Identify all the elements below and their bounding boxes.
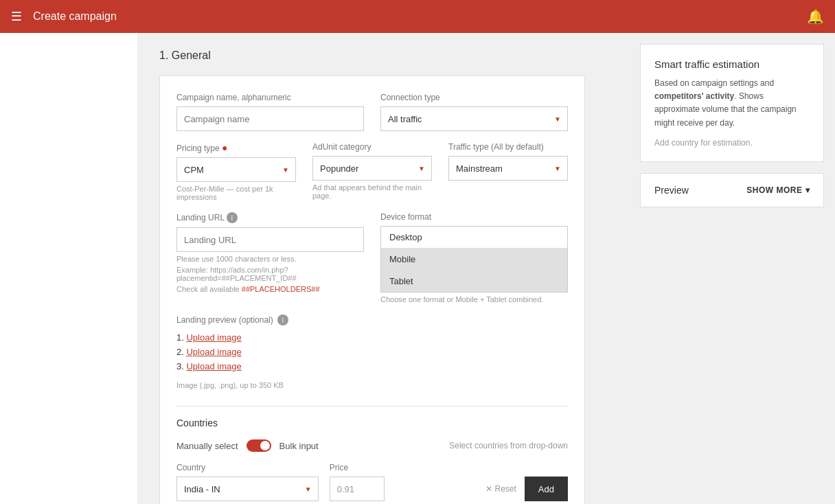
adunit-category-label: AdUnit category: [312, 142, 432, 152]
upload-link-1[interactable]: Upload image: [186, 332, 241, 343]
select-countries-hint: Select countries from drop-down: [449, 441, 568, 450]
device-format-hint: Choose one format or Mobile + Tablet com…: [380, 295, 568, 303]
chevron-down-icon: ▾: [805, 185, 810, 195]
pricing-type-group: Pricing type ● CPM CPC CPV Cost-Per-Mill…: [176, 142, 296, 201]
reset-button[interactable]: ✕ Reset: [483, 477, 519, 501]
x-icon: ✕: [485, 484, 492, 494]
landing-preview-info-icon[interactable]: i: [277, 314, 288, 325]
pricing-type-label: Pricing type ●: [176, 142, 296, 153]
price-group: Price: [330, 463, 472, 501]
country-group: Country India - IN United States - US Un…: [176, 463, 319, 501]
device-mobile[interactable]: Mobile: [381, 249, 567, 271]
landing-url-hint3: Check all available ##PLACEHOLDERS##: [176, 285, 364, 293]
menu-icon[interactable]: ☰: [11, 9, 22, 24]
landing-url-hint1: Please use 1000 characters or less.: [176, 255, 364, 263]
row-2: Pricing type ● CPM CPC CPV Cost-Per-Mill…: [176, 142, 568, 201]
countries-title: Countries: [176, 417, 568, 428]
right-panel: Smart traffic estimation Based on campai…: [629, 33, 835, 504]
countries-section: Countries Manually select Bulk input Sel…: [176, 406, 568, 504]
device-list: Desktop Mobile Tablet: [380, 226, 568, 293]
bulk-input-label: Bulk input: [279, 441, 319, 451]
landing-url-hint2: Example: https://ads.com/in.php?placemen…: [176, 266, 364, 282]
sidebar: [0, 33, 137, 504]
row-3: Landing URL i Please use 1000 characters…: [176, 212, 568, 303]
placeholders-link[interactable]: ##PLACEHOLDERS##: [242, 285, 320, 293]
preview-header: Preview SHOW MORE ▾: [654, 185, 810, 196]
device-format-group: Device format Desktop Mobile Tablet Choo…: [380, 212, 568, 303]
toggle-row: Manually select Bulk input Select countr…: [176, 439, 568, 452]
content-area: 1. General Campaign name, alphanumeric C…: [137, 33, 629, 504]
upload-hint: Image (.jpg, .png), up to 350 KB: [176, 381, 568, 389]
adunit-category-select[interactable]: Popunder Banner Native: [312, 156, 432, 181]
pricing-type-select[interactable]: CPM CPC CPV: [176, 157, 296, 182]
campaign-name-group: Campaign name, alphanumeric: [176, 93, 364, 131]
upload-item-1: 1. Upload image: [176, 332, 568, 343]
connection-type-select-wrapper[interactable]: All traffic WiFi 3G/LTE: [380, 106, 568, 131]
country-label: Country: [176, 463, 319, 472]
landing-url-info-icon[interactable]: i: [227, 212, 238, 223]
adunit-hint: Ad that appears behind the main page.: [312, 183, 432, 200]
campaign-name-label: Campaign name, alphanumeric: [176, 93, 364, 102]
device-desktop[interactable]: Desktop: [381, 227, 567, 249]
bell-icon[interactable]: 🔔: [807, 8, 824, 25]
header: ☰ Create campaign 🔔: [0, 0, 835, 33]
upload-link-3[interactable]: Upload image: [186, 361, 241, 371]
country-select[interactable]: India - IN United States - US United Kin…: [176, 477, 319, 501]
device-format-label: Device format: [380, 212, 568, 222]
landing-preview-group: Landing preview (optional) i 1. Upload i…: [176, 314, 568, 389]
price-input[interactable]: [330, 477, 385, 501]
pricing-type-select-wrapper[interactable]: CPM CPC CPV: [176, 157, 296, 182]
campaign-name-input[interactable]: [176, 106, 364, 131]
country-select-wrapper[interactable]: India - IN United States - US United Kin…: [176, 477, 319, 501]
smart-traffic-title: Smart traffic estimation: [654, 58, 810, 70]
upload-item-2: 2. Upload image: [176, 347, 568, 357]
manually-select-toggle[interactable]: [247, 439, 271, 452]
traffic-type-group: Traffic type (All by default) Mainstream…: [448, 142, 568, 201]
adunit-category-group: AdUnit category Popunder Banner Native A…: [312, 142, 432, 201]
preview-title: Preview: [654, 185, 689, 196]
price-label: Price: [330, 463, 472, 472]
price-actions: ✕ Reset Add: [483, 477, 569, 501]
country-price-row: Country India - IN United States - US Un…: [176, 463, 568, 501]
traffic-type-select-wrapper[interactable]: Mainstream Adult: [448, 156, 568, 181]
main-layout: 1. General Campaign name, alphanumeric C…: [0, 33, 835, 504]
smart-traffic-hint: Add country for estimation.: [654, 138, 810, 148]
form-card: Campaign name, alphanumeric Connection t…: [159, 76, 585, 504]
smart-traffic-body: Based on campaign settings and competito…: [654, 77, 810, 130]
upload-item-3: 3. Upload image: [176, 361, 568, 371]
smart-traffic-bold: competitors' activity: [654, 91, 734, 101]
preview-card: Preview SHOW MORE ▾: [640, 173, 824, 207]
section-title: 1. General: [159, 49, 607, 62]
traffic-type-select[interactable]: Mainstream Adult: [448, 156, 568, 181]
required-dot: ●: [222, 142, 227, 153]
add-button[interactable]: Add: [525, 477, 568, 501]
header-title: Create campaign: [33, 10, 796, 23]
traffic-type-label: Traffic type (All by default): [448, 142, 568, 152]
connection-type-label: Connection type: [380, 93, 568, 102]
smart-traffic-card: Smart traffic estimation Based on campai…: [640, 44, 824, 162]
connection-type-select[interactable]: All traffic WiFi 3G/LTE: [380, 106, 568, 131]
connection-type-group: Connection type All traffic WiFi 3G/LTE: [380, 93, 568, 131]
landing-url-input[interactable]: [176, 227, 364, 252]
adunit-category-select-wrapper[interactable]: Popunder Banner Native: [312, 156, 432, 181]
row-1: Campaign name, alphanumeric Connection t…: [176, 93, 568, 131]
device-tablet[interactable]: Tablet: [381, 271, 567, 292]
landing-preview-label: Landing preview (optional) i: [176, 314, 568, 325]
show-more-button[interactable]: SHOW MORE ▾: [746, 185, 810, 195]
landing-url-label: Landing URL i: [176, 212, 364, 223]
pricing-type-hint: Cost-Per-Mille — cost per 1k impressions: [176, 185, 296, 201]
upload-link-2[interactable]: Upload image: [186, 347, 241, 357]
manually-select-label: Manually select: [176, 441, 238, 451]
landing-url-group: Landing URL i Please use 1000 characters…: [176, 212, 364, 303]
